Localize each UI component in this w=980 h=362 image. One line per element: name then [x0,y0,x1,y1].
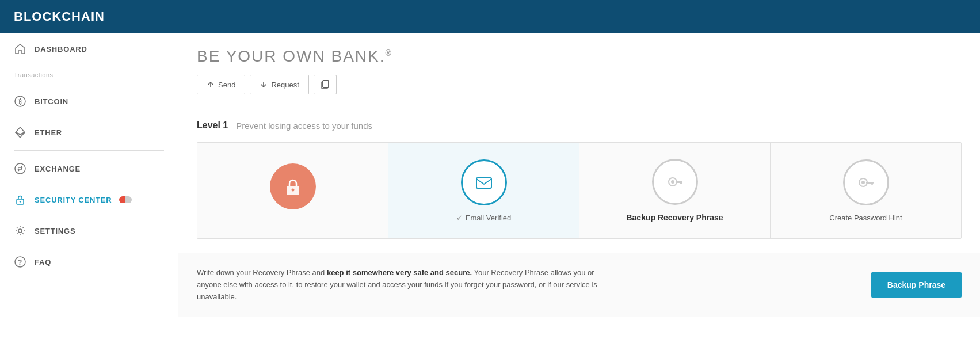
sidebar-item-settings[interactable]: SETTINGS [0,215,178,246]
level-desc: Prevent losing access to your funds [236,121,372,131]
exchange-icon [14,162,26,175]
email-verified-label: ✓ Email Verified [456,214,511,222]
security-card-email[interactable]: ✓ Email Verified [388,143,579,238]
bitcoin-icon: ₿ [14,95,26,108]
password-hint-label: Create Password Hint [829,214,902,222]
backup-circle [652,159,698,205]
app-logo: BLOCKCHAIN [14,9,105,24]
faq-icon: ? [14,256,26,268]
sidebar-item-security[interactable]: SECURITY CENTER [0,184,178,215]
sidebar-item-settings-label: SETTINGS [35,227,75,235]
action-description: Write down your Recovery Phrase and keep… [197,267,600,303]
home-icon [14,43,26,55]
top-banner: BE YOUR OWN BANK.® Send Request [178,33,980,106]
password-hint-circle [843,159,889,205]
sidebar-item-exchange-label: EXCHANGE [35,165,81,173]
svg-rect-23 [871,182,873,185]
main-content: BE YOUR OWN BANK.® Send Request [178,33,980,362]
email-icon [474,172,494,193]
svg-point-17 [671,180,674,184]
sidebar-item-faq[interactable]: ? FAQ [0,246,178,277]
sidebar: DASHBOARD Transactions ₿ BITCOIN [0,33,178,362]
sidebar-item-ether[interactable]: ETHER [0,117,178,148]
svg-point-7 [18,229,22,233]
checkmark-icon: ✓ [456,214,463,222]
svg-point-4 [15,163,25,174]
ether-icon [14,126,26,139]
toolbar: Send Request [197,75,962,94]
clipboard-icon [321,80,329,89]
sidebar-divider-2 [14,150,164,151]
page-title: BE YOUR OWN BANK.® [197,47,962,66]
backup-phrase-button[interactable]: Backup Phrase [871,272,962,298]
security-card-lock[interactable] [197,143,388,238]
security-active-indicator [119,196,132,203]
sidebar-item-dashboard-label: DASHBOARD [35,45,87,54]
sidebar-divider-1 [14,83,164,83]
sidebar-item-dashboard[interactable]: DASHBOARD [0,33,178,64]
svg-point-21 [861,181,865,184]
svg-rect-24 [869,182,871,184]
action-area: Write down your Recovery Phrase and keep… [178,253,980,317]
lock-circle [270,163,316,209]
send-button[interactable]: Send [197,75,245,94]
svg-text:₿: ₿ [18,98,22,105]
sidebar-item-bitcoin[interactable]: ₿ BITCOIN [0,86,178,117]
sidebar-item-faq-label: FAQ [35,258,51,266]
padlock-icon [283,176,303,197]
level-header: Level 1 Prevent losing access to your fu… [197,120,962,131]
lock-sidebar-icon [14,193,26,206]
sidebar-item-exchange[interactable]: EXCHANGE [0,153,178,184]
svg-point-14 [291,189,294,192]
sidebar-item-security-label: SECURITY CENTER [35,196,112,204]
app-header: BLOCKCHAIN [0,0,980,33]
svg-text:?: ? [18,258,22,266]
svg-marker-3 [16,132,25,138]
sidebar-item-ether-label: ETHER [35,128,62,137]
send-icon [207,81,215,89]
level-label: Level 1 [197,120,228,131]
backup-label: Backup Recovery Phrase [626,213,723,222]
main-layout: DASHBOARD Transactions ₿ BITCOIN [0,33,980,362]
security-card-backup[interactable]: Backup Recovery Phrase [579,143,771,238]
sidebar-item-bitcoin-label: BITCOIN [35,97,68,106]
recovery-key-icon [665,172,685,192]
security-cards-row: ✓ Email Verified Backup Recover [197,142,962,239]
transactions-section-label: Transactions [0,64,178,81]
svg-rect-15 [476,178,491,188]
svg-point-6 [20,201,21,202]
security-section: Level 1 Prevent losing access to your fu… [178,106,980,253]
svg-rect-11 [323,81,329,87]
request-icon [260,81,268,89]
copy-button[interactable] [314,75,337,94]
security-card-password-hint[interactable]: Create Password Hint [771,143,961,238]
settings-icon [14,224,26,237]
svg-rect-19 [680,181,682,184]
email-circle [461,159,507,205]
key-icon [856,172,876,193]
request-button[interactable]: Request [250,75,308,94]
